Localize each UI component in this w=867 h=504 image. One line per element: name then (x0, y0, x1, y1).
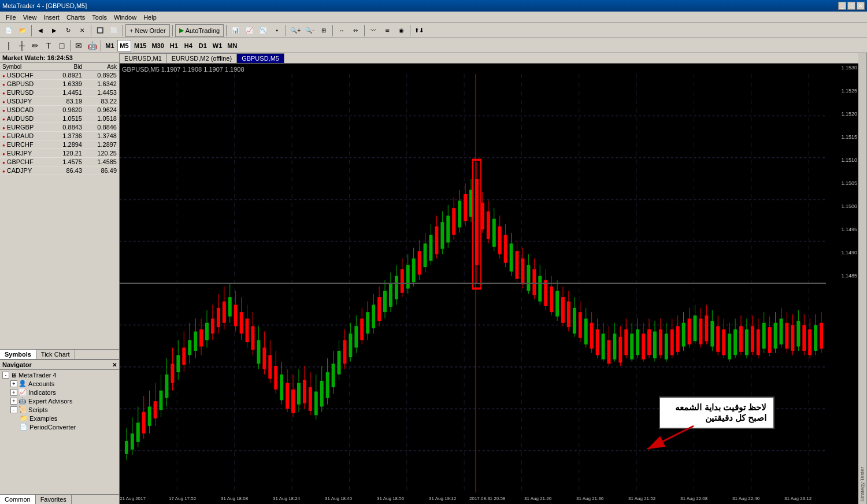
nav-expand-root[interactable]: - (2, 372, 9, 379)
minimize-btn[interactable]: _ (838, 2, 846, 10)
nav-period-converter[interactable]: 📄 PeriodConverter (1, 423, 118, 431)
period-btn-mn[interactable]: MN (225, 40, 239, 51)
svg-rect-81 (291, 390, 295, 413)
title-bar-controls: _ □ ✕ (838, 2, 865, 10)
tb-pen-tool[interactable]: ✏ (29, 39, 42, 52)
close-btn[interactable]: ✕ (857, 2, 865, 10)
tab-symbols[interactable]: Symbols (0, 350, 36, 359)
tb-back-btn[interactable]: ◀ (34, 24, 47, 37)
market-watch-row[interactable]: ●USDJPY83.1983.22 (0, 97, 119, 106)
nav-ea-icon: 🤖 (18, 397, 27, 405)
svg-rect-247 (762, 323, 766, 349)
tb-forward-btn[interactable]: ▶ (48, 24, 61, 37)
tb-zoomin-btn[interactable]: 🔲 (94, 24, 106, 37)
navigator-close[interactable]: ✕ (112, 362, 117, 368)
period-btn-m5[interactable]: M5 (117, 40, 131, 51)
tb-indicator1[interactable]: 〰 (367, 24, 380, 37)
tb-zoomout-btn[interactable]: ⬜ (108, 24, 120, 37)
tb-chart-type1[interactable]: 📊 (229, 24, 242, 37)
tb-indicator4[interactable]: ⬆⬇ (413, 24, 425, 37)
chart-tab-eurusd-m2[interactable]: EURUSD,M2 (offline) (167, 53, 237, 63)
market-watch-row[interactable]: ●USDCAD0.96200.9624 (0, 106, 119, 114)
period-btn-m1[interactable]: M1 (103, 40, 117, 51)
market-watch-row[interactable]: ●GBPUSD1.63391.6342 (0, 80, 119, 88)
menu-window[interactable]: Window (110, 13, 140, 22)
period-btn-d1[interactable]: D1 (196, 40, 210, 51)
tb-indicator2[interactable]: ≋ (381, 24, 394, 37)
nav-expand-ea[interactable]: + (10, 398, 17, 405)
tb-zoom-in-btn[interactable]: 🔍+ (288, 24, 302, 37)
autotrading-button[interactable]: ▶ AutoTrading (175, 24, 224, 37)
market-watch-row[interactable]: ●EURAUD1.37361.3748 (0, 132, 119, 140)
new-order-button[interactable]: + New Order (125, 24, 170, 37)
nav-tab-common[interactable]: Common (0, 495, 36, 504)
nav-tab-favorites[interactable]: Favorites (36, 495, 72, 504)
tb-stop-btn[interactable]: ✕ (76, 24, 88, 37)
nav-examples[interactable]: 📁 Examples (1, 414, 118, 423)
tb-ea-tool[interactable]: 🤖 (86, 39, 99, 52)
chart-tab-eurusd-m1[interactable]: EURUSD,M1 (120, 53, 167, 63)
svg-rect-107 (366, 312, 369, 333)
menu-view[interactable]: View (20, 13, 40, 22)
side-panel-label: Strategy Tester (858, 53, 867, 504)
menu-tools[interactable]: Tools (88, 13, 110, 22)
time-8: 31 Aug 21:20 (524, 496, 551, 501)
tb-text-tool[interactable]: T (42, 39, 55, 52)
nav-accounts[interactable]: + 👤 Accounts (1, 379, 118, 388)
market-watch-row[interactable]: ●AUDUSD1.05151.0518 (0, 114, 119, 123)
tb-email-tool[interactable]: ✉ (72, 39, 85, 52)
tb-new-btn[interactable]: 📄 (2, 24, 15, 37)
svg-rect-109 (372, 305, 375, 328)
nav-expand-indicators[interactable]: + (10, 389, 17, 396)
tab-tick-chart[interactable]: Tick Chart (36, 350, 75, 359)
maximize-btn[interactable]: □ (847, 2, 855, 10)
menu-charts[interactable]: Charts (63, 13, 88, 22)
svg-rect-165 (527, 265, 530, 291)
svg-rect-91 (320, 381, 324, 407)
svg-rect-27 (136, 423, 140, 442)
menu-help[interactable]: Help (140, 13, 160, 22)
period-bar: | ┼ ✏ T □ ✉ 🤖 M1 M5 M15 M30 H1 H4 D1 W1 … (0, 38, 867, 53)
tb-more1[interactable]: ↔ (335, 24, 348, 37)
market-watch-row[interactable]: ●EURJPY120.21120.25 (0, 149, 119, 158)
tb-indicator3[interactable]: ◉ (395, 24, 407, 37)
tb-refresh-btn[interactable]: ↻ (62, 24, 75, 37)
period-btn-h4[interactable]: H4 (181, 40, 195, 51)
nav-root[interactable]: - 🖥 MetaTrader 4 (1, 371, 118, 379)
tb-box-tool[interactable]: □ (55, 39, 68, 52)
title-bar: MetaTrader 4 - [GBPUSD,M5] _ □ ✕ (0, 0, 867, 12)
chart-tab-gbpusd-m5[interactable]: GBPUSD,M5 (237, 53, 284, 63)
market-watch-columns: Symbol Bid Ask (0, 63, 119, 71)
market-watch-row[interactable]: ●EURGBP0.88430.8846 (0, 123, 119, 132)
svg-rect-69 (257, 340, 260, 364)
tb-fit-btn[interactable]: ⊞ (317, 24, 330, 37)
menu-insert[interactable]: Insert (40, 13, 63, 22)
period-btn-m30[interactable]: M30 (149, 40, 166, 51)
period-btn-w1[interactable]: W1 (210, 40, 225, 51)
tb-chart-type2[interactable]: 📈 (243, 24, 255, 37)
market-watch-row[interactable]: ●CADJPY86.4386.49 (0, 166, 119, 175)
tb-chart-type3[interactable]: 📉 (257, 24, 269, 37)
tb-open-btn[interactable]: 📂 (16, 24, 29, 37)
period-btn-h1[interactable]: H1 (167, 40, 181, 51)
svg-rect-43 (182, 347, 186, 365)
svg-rect-265 (814, 325, 817, 351)
tb-cross-tool[interactable]: ┼ (16, 39, 28, 52)
nav-expand-accounts[interactable]: + (10, 380, 17, 387)
nav-expert-advisors[interactable]: + 🤖 Expert Advisors (1, 396, 118, 405)
market-watch-row[interactable]: ●USDCHF0.89210.8925 (0, 71, 119, 80)
market-watch-row[interactable]: ●EURCHF1.28941.2897 (0, 140, 119, 149)
menu-file[interactable]: File (2, 13, 20, 22)
nav-indicators[interactable]: + 📈 Indicators (1, 388, 118, 396)
tb-zoom-out-btn[interactable]: 🔍- (303, 24, 316, 37)
market-watch-row[interactable]: ●EURUSD1.44511.4453 (0, 88, 119, 97)
market-watch-row[interactable]: ●GBPCHF1.45751.4585 (0, 158, 119, 166)
svg-rect-113 (383, 291, 387, 312)
tb-chart-type4[interactable]: ▪ (271, 24, 283, 37)
time-4: 31 Aug 18:24 (273, 496, 300, 501)
tb-more2[interactable]: ⇔ (349, 24, 362, 37)
nav-scripts[interactable]: - 📜 Scripts (1, 405, 118, 414)
period-btn-m15[interactable]: M15 (132, 40, 149, 51)
nav-expand-scripts[interactable]: - (10, 406, 17, 413)
tb-line-tool[interactable]: | (2, 39, 15, 52)
